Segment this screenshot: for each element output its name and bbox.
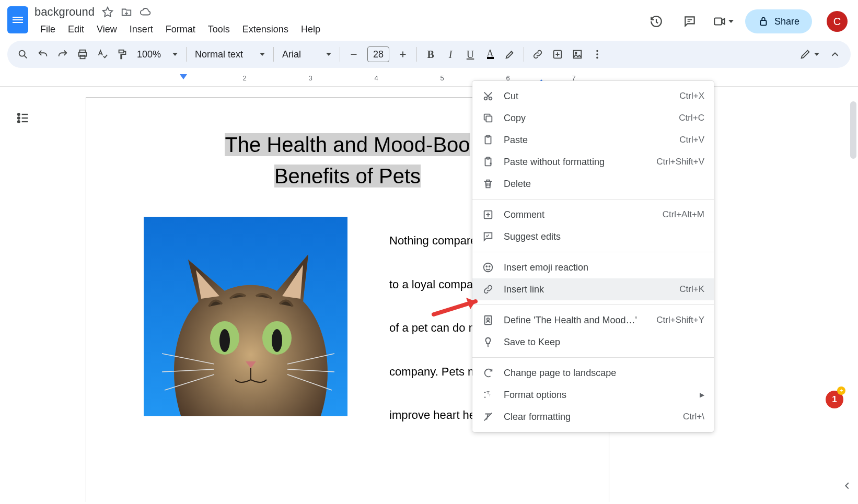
copy-icon xyxy=(482,112,494,124)
context-menu-item-clear-fmt[interactable]: Clear formattingCtrl+\ xyxy=(472,406,714,428)
context-menu-separator xyxy=(472,252,714,252)
menu-help[interactable]: Help xyxy=(295,22,326,37)
context-menu-label: Save to Keep xyxy=(504,337,704,348)
menu-tools[interactable]: Tools xyxy=(202,22,236,37)
zoom-dropdown[interactable]: 100% xyxy=(133,49,182,60)
context-menu-item-comment[interactable]: CommentCtrl+Alt+M xyxy=(472,204,714,226)
context-menu-shortcut: Ctrl+\ xyxy=(683,412,704,422)
context-menu-label: Comment xyxy=(504,209,663,220)
svg-point-10 xyxy=(596,50,598,52)
context-menu-label: Define 'The Health and Mood…' xyxy=(504,315,656,326)
menu-edit[interactable]: Edit xyxy=(62,22,90,37)
ruler[interactable]: 2 3 4 5 6 7 xyxy=(0,71,858,87)
add-comment-icon[interactable] xyxy=(548,45,567,64)
more-icon[interactable] xyxy=(588,45,607,64)
highlight-button[interactable] xyxy=(501,45,519,64)
collapse-toolbar-icon[interactable] xyxy=(826,45,844,64)
undo-icon[interactable] xyxy=(33,45,52,64)
svg-point-19 xyxy=(272,329,282,352)
side-notification-plus-icon: + xyxy=(837,386,845,395)
redo-icon[interactable] xyxy=(53,45,72,64)
menu-insert[interactable]: Insert xyxy=(124,22,159,37)
svg-point-21 xyxy=(489,97,492,100)
print-icon[interactable] xyxy=(73,45,92,64)
paint-format-icon[interactable] xyxy=(113,45,132,64)
star-icon[interactable] xyxy=(102,6,113,18)
svg-point-28 xyxy=(484,263,493,272)
editing-mode-dropdown[interactable] xyxy=(799,49,819,60)
context-menu-label: Paste without formatting xyxy=(504,157,656,168)
indent-marker-icon[interactable] xyxy=(180,74,187,79)
paragraph-style-dropdown[interactable]: Normal text xyxy=(191,49,269,60)
context-menu-shortcut: Ctrl+C xyxy=(679,113,704,123)
insert-image-icon[interactable] xyxy=(568,45,587,64)
context-menu-shortcut: Ctrl+V xyxy=(679,135,704,145)
context-menu-shortcut: Ctrl+X xyxy=(679,91,704,101)
context-menu-item-paste[interactable]: PasteCtrl+V xyxy=(472,129,714,151)
search-icon[interactable] xyxy=(14,45,32,64)
zoom-value: 100% xyxy=(137,49,161,60)
context-menu-item-define[interactable]: Define 'The Health and Mood…'Ctrl+Shift+… xyxy=(472,309,714,331)
svg-point-2 xyxy=(19,51,25,56)
italic-button[interactable]: I xyxy=(441,45,460,64)
context-menu-item-keep[interactable]: Save to Keep xyxy=(472,331,714,353)
font-size-input[interactable] xyxy=(367,46,389,62)
font-dropdown[interactable]: Arial xyxy=(278,49,335,60)
account-avatar[interactable]: C xyxy=(827,11,848,32)
outline-toggle-icon[interactable] xyxy=(13,108,33,128)
ruler-tick: 3 xyxy=(308,74,312,82)
comments-icon[interactable] xyxy=(678,10,701,33)
vertical-scrollbar[interactable] xyxy=(849,86,858,451)
context-menu-item-suggest[interactable]: Suggest edits xyxy=(472,226,714,248)
context-menu-item-format-opts[interactable]: TTFormat options▶ xyxy=(472,384,714,406)
underline-button[interactable]: U xyxy=(461,45,480,64)
side-panel-toggle-icon[interactable] xyxy=(839,478,855,494)
meet-icon[interactable] xyxy=(712,10,735,33)
history-icon[interactable] xyxy=(645,10,668,33)
increase-font-icon[interactable] xyxy=(393,45,412,64)
context-menu-separator xyxy=(472,304,714,305)
spellcheck-icon[interactable] xyxy=(93,45,112,64)
share-button[interactable]: Share xyxy=(745,9,812,33)
docs-logo-icon[interactable] xyxy=(7,6,28,33)
title-line-1: The Health and Mood-Boo xyxy=(225,133,470,156)
doc-title[interactable]: background xyxy=(34,5,95,19)
ruler-tick: 4 xyxy=(374,74,378,82)
decrease-font-icon[interactable] xyxy=(344,45,363,64)
svg-point-30 xyxy=(489,266,490,267)
context-menu-label: Format options xyxy=(504,390,700,401)
clear-fmt-icon xyxy=(482,411,494,423)
context-menu-item-link[interactable]: Insert linkCtrl+K xyxy=(472,278,714,300)
context-menu-shortcut: Ctrl+Alt+M xyxy=(663,209,704,220)
context-menu-item-landscape[interactable]: Change page to landscape xyxy=(472,362,714,384)
cloud-status-icon[interactable] xyxy=(140,6,151,18)
style-value: Normal text xyxy=(195,49,243,60)
menu-view[interactable]: View xyxy=(91,22,123,37)
menu-ext[interactable]: Extensions xyxy=(237,22,294,37)
insert-link-icon[interactable] xyxy=(528,45,547,64)
svg-point-9 xyxy=(575,52,577,54)
keep-icon xyxy=(482,336,494,348)
bold-button[interactable]: B xyxy=(421,45,440,64)
text-color-button[interactable]: A xyxy=(481,45,500,64)
svg-rect-1 xyxy=(760,20,766,25)
context-menu-shortcut: Ctrl+Shift+Y xyxy=(656,315,704,325)
submenu-arrow-icon: ▶ xyxy=(700,391,704,398)
move-icon[interactable] xyxy=(121,6,132,18)
context-menu-item-delete[interactable]: Delete xyxy=(472,173,714,195)
suggest-icon xyxy=(482,231,494,242)
delete-icon xyxy=(482,178,494,190)
paste-nf-icon xyxy=(482,156,494,168)
context-menu-item-paste-nf[interactable]: Paste without formattingCtrl+Shift+V xyxy=(472,151,714,173)
context-menu-item-copy[interactable]: CopyCtrl+C xyxy=(472,107,714,129)
context-menu-label: Clear formatting xyxy=(504,412,683,423)
svg-point-32 xyxy=(487,318,490,321)
context-menu-item-emoji[interactable]: Insert emoji reaction xyxy=(472,256,714,278)
menu-format[interactable]: Format xyxy=(160,22,201,37)
context-menu-label: Delete xyxy=(504,179,704,190)
context-menu-separator xyxy=(472,357,714,358)
menu-file[interactable]: File xyxy=(34,22,61,37)
document-image[interactable] xyxy=(144,217,347,416)
context-menu-item-cut[interactable]: CutCtrl+X xyxy=(472,85,714,107)
svg-point-12 xyxy=(596,57,598,59)
